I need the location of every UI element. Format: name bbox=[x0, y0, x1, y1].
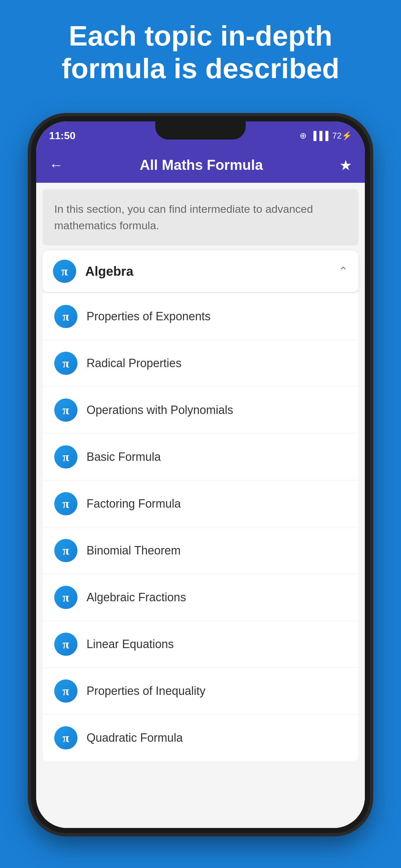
description-text: In this section, you can find intermedia… bbox=[54, 203, 313, 231]
pi-icon-9: π bbox=[54, 726, 78, 749]
category-left: π Algebra bbox=[53, 259, 133, 283]
pi-icon-3: π bbox=[54, 445, 78, 469]
description-box: In this section, you can find intermedia… bbox=[42, 189, 359, 245]
battery-icon: 72⚡ bbox=[332, 131, 352, 141]
algebra-category-card[interactable]: π Algebra ⌃ bbox=[42, 251, 359, 292]
list-item-text-8: Properties of Inequality bbox=[87, 684, 205, 698]
list-item-text-6: Algebraic Fractions bbox=[87, 591, 186, 604]
list-item-text-1: Radical Properties bbox=[87, 356, 181, 370]
status-icons: ⊕ ▐▐▐ 72⚡ bbox=[300, 131, 352, 141]
list-item[interactable]: π Radical Properties bbox=[42, 340, 359, 387]
algebra-pi-icon: π bbox=[53, 259, 76, 283]
list-item-text-7: Linear Equations bbox=[87, 638, 174, 651]
phone-screen: 11:50 ⊕ ▐▐▐ 72⚡ ← All Maths Formula ★ In… bbox=[36, 121, 365, 828]
hero-text: Each topic in-depth formula is described bbox=[0, 20, 401, 85]
pi-icon-7: π bbox=[54, 632, 78, 656]
chevron-up-icon: ⌃ bbox=[338, 265, 348, 278]
list-item[interactable]: π Binomial Theorem bbox=[42, 527, 359, 574]
list-item[interactable]: π Linear Equations bbox=[42, 621, 359, 668]
app-bar: ← All Maths Formula ★ bbox=[36, 147, 365, 183]
signal-icon: ▐▐▐ bbox=[311, 131, 328, 141]
algebra-title: Algebra bbox=[85, 264, 133, 279]
list-item-text-3: Basic Formula bbox=[87, 450, 161, 464]
back-button[interactable]: ← bbox=[49, 157, 63, 173]
pi-icon-0: π bbox=[54, 305, 78, 328]
pi-symbol: π bbox=[61, 264, 68, 278]
list-item[interactable]: π Factoring Formula bbox=[42, 480, 359, 527]
list-item[interactable]: π Properties of Exponents bbox=[42, 293, 359, 340]
algebra-list: π Properties of Exponents π Radical Prop… bbox=[42, 293, 359, 761]
pi-icon-8: π bbox=[54, 679, 78, 703]
pi-icon-4: π bbox=[54, 492, 78, 516]
list-item-text-9: Quadratic Formula bbox=[87, 731, 183, 745]
pi-icon-6: π bbox=[54, 586, 78, 609]
phone-frame: 11:50 ⊕ ▐▐▐ 72⚡ ← All Maths Formula ★ In… bbox=[31, 116, 370, 833]
list-item-text-2: Operations with Polynomials bbox=[87, 403, 233, 417]
pi-icon-5: π bbox=[54, 539, 78, 562]
list-item[interactable]: π Basic Formula bbox=[42, 434, 359, 480]
list-item[interactable]: π Algebraic Fractions bbox=[42, 574, 359, 621]
pi-icon-1: π bbox=[54, 352, 78, 375]
favorite-button[interactable]: ★ bbox=[339, 157, 352, 174]
status-time: 11:50 bbox=[49, 130, 75, 142]
list-item[interactable]: π Properties of Inequality bbox=[42, 668, 359, 715]
list-item-text-0: Properties of Exponents bbox=[87, 310, 211, 323]
list-item-text-4: Factoring Formula bbox=[87, 497, 181, 510]
list-item-text-5: Binomial Theorem bbox=[87, 544, 181, 557]
list-item[interactable]: π Quadratic Formula bbox=[42, 715, 359, 761]
content-area: In this section, you can find intermedia… bbox=[36, 183, 365, 828]
app-bar-title: All Maths Formula bbox=[140, 157, 263, 173]
pi-icon-2: π bbox=[54, 399, 78, 422]
phone-notch bbox=[155, 121, 246, 140]
list-item[interactable]: π Operations with Polynomials bbox=[42, 387, 359, 434]
wifi-icon: ⊕ bbox=[300, 131, 307, 141]
